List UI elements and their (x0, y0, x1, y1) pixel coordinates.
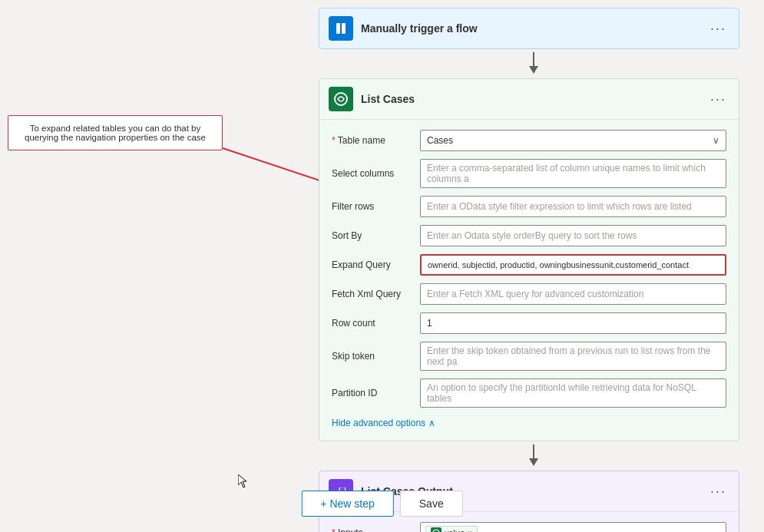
inputs-tag-container[interactable]: value × (420, 522, 726, 532)
arrow-down-1 (319, 52, 749, 75)
field-row-inputs: * Inputs value × (319, 518, 739, 532)
list-cases-title: List Cases (361, 93, 415, 105)
input-select-columns[interactable]: Enter a comma-separated list of column u… (420, 159, 726, 188)
save-button[interactable]: Save (400, 491, 463, 517)
svg-marker-11 (238, 474, 246, 487)
trigger-header-left: Manually trigger a flow (329, 16, 478, 41)
annotation-text: To expand related tables you can do that… (25, 124, 206, 142)
label-filter-rows: Filter rows (332, 201, 420, 212)
trigger-card-header: Manually trigger a flow ··· (319, 8, 739, 48)
label-fetch-xml: Fetch Xml Query (332, 289, 420, 299)
arrow-down-2 (319, 444, 749, 468)
placeholder-filter-rows: Enter a OData style filter expression to… (427, 201, 692, 212)
input-sort-by[interactable]: Enter an Odata style orderBy query to so… (420, 225, 726, 246)
flow-area: Manually trigger a flow ··· (319, 8, 749, 532)
field-row-table-name: * Table name Cases ∨ (319, 126, 739, 155)
input-row-count[interactable] (420, 312, 726, 334)
svg-marker-8 (529, 458, 538, 466)
tag-list-cases-icon (431, 527, 442, 532)
trigger-card: Manually trigger a flow ··· (319, 8, 739, 49)
input-partition-id[interactable]: An option to specify the partitionId whi… (420, 378, 726, 408)
list-cases-more-button[interactable]: ··· (707, 91, 729, 107)
field-row-sort-by: Sort By Enter an Odata style orderBy que… (319, 221, 739, 250)
placeholder-partition-id: An option to specify the partitionId whi… (427, 382, 719, 404)
label-select-columns: Select columns (332, 168, 420, 179)
annotation-box: To expand related tables you can do that… (8, 115, 223, 150)
label-table-name: * Table name (332, 135, 420, 146)
field-row-partition-id: Partition ID An option to specify the pa… (319, 375, 739, 411)
field-row-filter-rows: Filter rows Enter a OData style filter e… (319, 192, 739, 221)
list-cases-card: List Cases ··· * Table name Cases ∨ (319, 78, 739, 441)
tag-close-button[interactable]: × (468, 529, 472, 533)
field-row-select-columns: Select columns Enter a comma-separated l… (319, 155, 739, 192)
cursor-icon (238, 474, 247, 488)
tag-label: value (445, 528, 465, 532)
placeholder-select-columns: Enter a comma-separated list of column u… (427, 163, 719, 184)
list-cases-header: List Cases ··· (319, 79, 739, 120)
trigger-icon (329, 16, 353, 41)
table-name-value: Cases (427, 135, 453, 146)
placeholder-sort-by: Enter an Odata style orderBy query to so… (427, 230, 637, 241)
chevron-down-icon: ∨ (713, 135, 719, 146)
hide-advanced-icon: ∧ (428, 418, 435, 428)
output-more-button[interactable]: ··· (707, 484, 729, 500)
placeholder-fetch-xml: Enter a Fetch XML query for advanced cus… (427, 289, 643, 299)
input-filter-rows[interactable]: Enter a OData style filter expression to… (420, 196, 726, 217)
field-row-expand-query: Expand Query (319, 250, 739, 279)
list-cases-header-left: List Cases (329, 87, 415, 111)
trigger-title: Manually trigger a flow (361, 22, 478, 35)
hide-advanced-options[interactable]: Hide advanced options ∧ (319, 411, 739, 435)
list-cases-body: * Table name Cases ∨ Select columns Ente… (319, 120, 739, 441)
label-partition-id: Partition ID (332, 388, 420, 398)
field-row-row-count: Row count (319, 309, 739, 338)
label-inputs: * Inputs (332, 527, 420, 532)
input-skip-token[interactable]: Enter the skip token obtained from a pre… (420, 342, 726, 371)
value-tag: value × (425, 526, 478, 532)
label-row-count: Row count (332, 318, 420, 329)
input-table-name[interactable]: Cases ∨ (420, 130, 726, 151)
placeholder-skip-token: Enter the skip token obtained from a pre… (427, 345, 719, 367)
field-row-fetch-xml: Fetch Xml Query Enter a Fetch XML query … (319, 279, 739, 309)
bottom-buttons: + New step Save (301, 491, 462, 517)
trigger-more-button[interactable]: ··· (707, 21, 729, 37)
svg-point-6 (335, 93, 347, 105)
svg-marker-5 (529, 66, 538, 74)
label-skip-token: Skip token (332, 351, 420, 362)
label-sort-by: Sort By (332, 230, 420, 241)
list-cases-icon (329, 87, 353, 111)
new-step-button[interactable]: + New step (301, 491, 393, 517)
label-expand-query: Expand Query (332, 259, 420, 270)
input-expand-query[interactable] (420, 254, 726, 276)
svg-rect-3 (342, 23, 346, 34)
svg-rect-2 (336, 23, 340, 34)
input-fetch-xml[interactable]: Enter a Fetch XML query for advanced cus… (420, 283, 726, 305)
hide-advanced-label: Hide advanced options (332, 418, 425, 428)
field-row-skip-token: Skip token Enter the skip token obtained… (319, 338, 739, 375)
